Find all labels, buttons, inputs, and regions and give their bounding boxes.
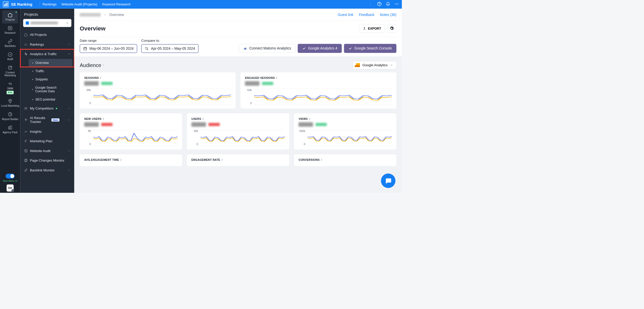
info-icon[interactable]: i bbox=[321, 158, 322, 162]
project-selector[interactable] bbox=[23, 19, 71, 27]
info-icon[interactable]: i bbox=[222, 158, 223, 162]
sidebar-item-label: Marketing Plan bbox=[30, 139, 52, 143]
breadcrumb-project[interactable] bbox=[80, 13, 101, 16]
chevron-down-icon bbox=[67, 149, 70, 152]
sidebar-sub-overview[interactable]: Overview bbox=[29, 59, 72, 67]
rail-report-builder[interactable]: Report Builder bbox=[0, 110, 20, 123]
topnav-keyword-research[interactable]: Keyword Research bbox=[102, 2, 131, 6]
rail-label: Report Builder bbox=[2, 118, 18, 121]
info-icon[interactable]: i bbox=[100, 76, 101, 80]
sidebar-sub-traffic[interactable]: Traffic bbox=[29, 67, 72, 75]
topnav-rankings[interactable]: Rankings bbox=[43, 2, 57, 6]
info-icon[interactable]: i bbox=[309, 117, 310, 121]
analytics-source-select[interactable]: Google Analytics bbox=[353, 61, 396, 69]
metric-change bbox=[316, 123, 327, 126]
sidebar-my-competitors[interactable]: My Competitors bbox=[20, 104, 74, 113]
new-users-chart: 800 bbox=[84, 129, 177, 147]
sidebar-ai-results[interactable]: AI Results Tracker Beta bbox=[20, 113, 74, 127]
export-button[interactable]: EXPORT bbox=[359, 24, 385, 33]
metric-value bbox=[191, 122, 206, 127]
da-badge[interactable]: DA bbox=[7, 185, 14, 191]
rail-research[interactable]: Research bbox=[0, 23, 20, 37]
notes-link[interactable]: Notes (36) bbox=[380, 13, 396, 17]
page-title: Overview bbox=[80, 25, 106, 32]
feedback-link[interactable]: Feedback bbox=[359, 13, 374, 17]
main-content: Overview Guest link Feedback Notes (36) … bbox=[74, 9, 402, 193]
sidebar-item-label: Rankings bbox=[30, 43, 44, 46]
sidebar-sub-snippets[interactable]: Snippets bbox=[29, 75, 72, 83]
topnav-website-audit[interactable]: Website Audit (Projects) bbox=[61, 2, 97, 6]
rail-smm[interactable]: SMM Beta bbox=[0, 79, 20, 96]
info-icon[interactable]: i bbox=[276, 76, 277, 80]
metric-value bbox=[299, 122, 313, 127]
pages-icon bbox=[24, 159, 28, 162]
section-title-audience: Audience i bbox=[80, 62, 104, 68]
rail-projects[interactable]: Projects bbox=[2, 10, 18, 23]
info-icon[interactable]: i bbox=[120, 158, 122, 162]
svg-point-16 bbox=[13, 190, 13, 191]
svg-point-7 bbox=[398, 4, 399, 4]
sidebar-analytics-traffic[interactable]: Analytics & Traffic bbox=[20, 49, 74, 59]
rail-content-marketing[interactable]: Content Marketing bbox=[0, 63, 20, 79]
sidebar-sub-gsc[interactable]: Google Search Console Data bbox=[29, 83, 72, 95]
sidebar-page-changes[interactable]: Page Changes Monitor bbox=[20, 156, 74, 165]
chevron-down-icon bbox=[67, 119, 70, 121]
rail-local-marketing[interactable]: Local Marketing bbox=[0, 96, 20, 110]
google-analytics-icon bbox=[356, 63, 360, 67]
rail-backlinks[interactable]: Backlinks bbox=[0, 37, 20, 50]
connect-matomo-button[interactable]: Connect Matomo Analytics bbox=[239, 44, 295, 53]
trend-icon bbox=[24, 130, 28, 133]
sidebar-rankings[interactable]: Rankings bbox=[20, 40, 74, 49]
new-menu-toggle[interactable] bbox=[6, 174, 15, 179]
settings-button[interactable] bbox=[387, 24, 396, 33]
sidebar-submenu-rest: Traffic Snippets Google Search Console D… bbox=[20, 67, 74, 104]
sidebar-title: Projects bbox=[20, 9, 74, 19]
ga4-button[interactable]: Google Analytics 4 bbox=[298, 44, 342, 53]
card-engaged-sessions: ENGAGED SESSIONSi 64k0 bbox=[241, 72, 396, 108]
bell-icon[interactable] bbox=[386, 2, 390, 7]
svg-point-18 bbox=[26, 107, 27, 108]
rail-label: Content Marketing bbox=[1, 71, 19, 77]
rail-audit[interactable]: Audit bbox=[0, 50, 20, 63]
sidebar-item-label: Insights bbox=[30, 130, 41, 133]
card-new-users: NEW USERSi 800 bbox=[80, 113, 182, 149]
chat-fab[interactable] bbox=[381, 173, 395, 188]
sidebar-item-label: All Projects bbox=[30, 33, 47, 37]
sidebar-item-label: Analytics & Traffic bbox=[30, 52, 57, 56]
sidebar-insights[interactable]: Insights bbox=[20, 127, 74, 136]
rail-label: Backlinks bbox=[5, 45, 15, 47]
check-icon bbox=[302, 47, 306, 50]
bars-icon bbox=[24, 43, 28, 46]
svg-point-9 bbox=[9, 27, 11, 29]
gear-icon bbox=[11, 189, 14, 192]
sidebar-all-projects[interactable]: All Projects bbox=[20, 30, 74, 39]
sidebar-website-audit[interactable]: Website Audit bbox=[20, 146, 74, 156]
info-icon[interactable]: i bbox=[103, 63, 104, 67]
sidebar-marketing-plan[interactable]: Marketing Plan bbox=[20, 136, 74, 146]
brand-name: SE Ranking bbox=[11, 2, 32, 6]
rail-agency-pack[interactable]: Agency Pack bbox=[0, 123, 20, 136]
svg-point-5 bbox=[395, 4, 396, 4]
separator bbox=[40, 2, 40, 6]
logo-icon[interactable] bbox=[3, 2, 9, 7]
compare-label: Compare to: bbox=[141, 39, 199, 43]
matomo-icon bbox=[243, 46, 247, 50]
info-icon[interactable]: i bbox=[202, 117, 204, 121]
beta-badge: Beta bbox=[52, 118, 60, 121]
sessions-chart: 96k0 bbox=[84, 88, 231, 106]
compare-range-button[interactable]: Apr-05 2024 – May-05 2024 bbox=[141, 44, 199, 53]
sidebar-sub-seo-potential[interactable]: SEO potential bbox=[29, 95, 72, 104]
svg-rect-0 bbox=[4, 4, 5, 6]
sidebar-item-label: Backlink Monitor bbox=[30, 168, 55, 172]
svg-point-17 bbox=[25, 107, 26, 108]
date-range-button[interactable]: May-06 2024 – Jun-05 2024 bbox=[80, 44, 137, 53]
rail-label: Audit bbox=[7, 58, 13, 61]
info-icon[interactable]: i bbox=[103, 117, 104, 121]
help-icon[interactable] bbox=[377, 2, 382, 7]
card-conversions: CONVERSIONSi bbox=[294, 154, 396, 166]
metric-value bbox=[84, 81, 99, 86]
more-icon[interactable] bbox=[394, 2, 399, 7]
sidebar-backlink-monitor[interactable]: Backlink Monitor bbox=[20, 165, 74, 175]
gsc-button[interactable]: Google Search Console bbox=[344, 44, 396, 53]
guest-link[interactable]: Guest link bbox=[338, 13, 353, 17]
